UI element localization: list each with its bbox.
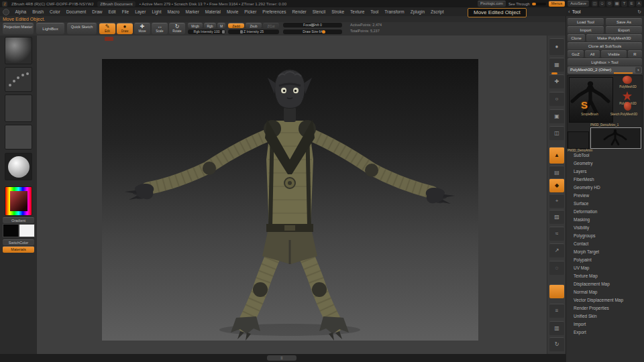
goz-r-button[interactable]: R — [628, 50, 642, 58]
menu-item[interactable]: Zplugin — [407, 7, 427, 16]
restore-config-icon[interactable]: ↻ — [637, 9, 641, 15]
xpose-icon[interactable]: ↗ — [549, 243, 564, 257]
inventory-item-polymesh3d-2[interactable] — [623, 91, 632, 101]
sculpt-mode-button[interactable]: Zadd — [228, 23, 244, 28]
autosave-button[interactable]: AutoSave — [568, 1, 589, 7]
goz-all-button[interactable]: All — [585, 50, 600, 58]
tool-subpalette-item[interactable]: Texture Map — [566, 272, 644, 280]
menu-circle-icon[interactable] — [3, 9, 9, 15]
mode-button[interactable]: ↻Rotate — [169, 23, 185, 34]
menu-item[interactable]: Texture — [347, 7, 368, 16]
doc-icon[interactable]: ▥ — [549, 321, 564, 335]
mode-button[interactable]: ✎Edit — [99, 23, 115, 34]
paint-mode-button[interactable]: M — [217, 23, 225, 28]
canvas-scroll-handle[interactable]: ≡ — [267, 355, 297, 361]
zoom3d-icon[interactable]: ○ — [549, 92, 564, 106]
color-picker[interactable] — [5, 186, 32, 216]
menu-item[interactable]: Alpha — [12, 7, 30, 16]
local-icon[interactable]: + — [549, 194, 564, 208]
tool-subpalette-item[interactable]: Displacement Map — [566, 280, 644, 288]
mode-button[interactable]: ↔Scale — [152, 23, 168, 34]
record-icon[interactable]: ≡ — [549, 304, 564, 318]
see-through-control[interactable]: See Through — [508, 2, 546, 6]
tool-subpalette-item[interactable]: Import — [566, 320, 644, 328]
menu-item[interactable]: Tool — [368, 7, 382, 16]
tool-subpalette-item[interactable]: Geometry — [566, 160, 644, 168]
ghost-icon[interactable]: ≈ — [549, 227, 564, 241]
lightbox-tool-button[interactable]: Lightbox > Tool — [568, 58, 642, 66]
scroll-icon[interactable]: ✚ — [549, 74, 564, 88]
aahalf-icon[interactable]: ◫ — [549, 126, 564, 140]
menu-item[interactable]: Macro — [164, 7, 182, 16]
spix-icon[interactable]: ▦ — [549, 58, 564, 72]
save-as-button[interactable]: Save As — [606, 18, 642, 25]
quicksketch-button[interactable]: Quick Sketch — [67, 23, 97, 34]
grid-icon[interactable]: ▦ — [614, 1, 620, 7]
sculpt-mode-button[interactable]: Zsub — [246, 23, 262, 28]
materials-button[interactable]: Materials — [3, 246, 34, 253]
main-color-swatch[interactable] — [3, 224, 19, 237]
tool-subpalette-item[interactable]: Unified Skin — [566, 312, 644, 320]
user-icon[interactable]: ☺ — [599, 1, 605, 7]
secondary-color-swatch[interactable] — [19, 224, 35, 237]
tool-subpalette-item[interactable]: FiberMesh — [566, 176, 644, 184]
document-canvas[interactable] — [102, 59, 478, 341]
menu-item[interactable]: File — [119, 7, 131, 16]
search-icon[interactable]: ⊙ — [606, 1, 612, 7]
menu-item[interactable]: Color — [47, 7, 64, 16]
rgb-intensity-slider[interactable]: Rgb Intensity 100 — [188, 29, 225, 34]
tool-subpalette-item[interactable]: Vector Displacement Map — [566, 296, 644, 304]
lightbox-button[interactable]: LightBox — [36, 23, 64, 34]
menu-item[interactable]: Zscript — [428, 7, 447, 16]
frame-icon[interactable] — [549, 284, 564, 298]
tool-subpalette-item[interactable]: Contact — [566, 240, 644, 248]
see-through-slider[interactable] — [531, 3, 546, 5]
goz-visible-button[interactable]: Visible — [601, 50, 627, 58]
tool-subpalette-item[interactable]: Preview — [566, 192, 644, 200]
menus-toggle-button[interactable]: Menus — [549, 1, 566, 7]
menu-item[interactable]: Material — [202, 7, 223, 16]
menu-item[interactable]: Picker — [241, 7, 260, 16]
window-split-icon[interactable]: ◫ — [592, 1, 598, 7]
tool-subpalette-item[interactable]: Morph Target — [566, 248, 644, 256]
mode-button[interactable]: ✚Move — [134, 23, 150, 34]
actual-icon[interactable]: ▣ — [549, 109, 564, 123]
projection-master-button[interactable]: Projection Master — [3, 23, 34, 34]
make-polymesh3d-button[interactable]: Make PolyMesh3D — [586, 34, 642, 42]
tool-subpalette-item[interactable]: Polygroups — [566, 232, 644, 240]
menu-item[interactable]: Stroke — [329, 7, 347, 16]
bpr-icon[interactable]: ● — [549, 38, 564, 55]
menu-item[interactable]: Stencil — [309, 7, 329, 16]
mode-button[interactable]: ●Draw — [117, 23, 133, 34]
collapse-chevron-icon[interactable]: ‹ — [568, 9, 570, 15]
menu-item[interactable]: Preferences — [260, 7, 289, 16]
paint-mode-button[interactable]: Mrgb — [188, 23, 203, 28]
tool-subpalette-item[interactable]: Polypaint — [566, 256, 644, 264]
texture-thumbnail[interactable] — [5, 125, 32, 149]
menu-item[interactable]: Layer — [132, 7, 149, 16]
alpha-thumbnail[interactable] — [5, 95, 32, 122]
goz-button[interactable]: GoZ — [568, 50, 584, 58]
inventory-partial-thumbnail[interactable] — [568, 131, 589, 149]
tool-subpalette-item[interactable]: Layers — [566, 168, 644, 176]
tab-t-icon[interactable]: T — [621, 1, 627, 7]
clone-all-subtools-button[interactable]: Clone all SubTools — [568, 42, 642, 50]
tool-subpalette-item[interactable]: Deformation — [566, 208, 644, 216]
menu-item[interactable]: Marker — [182, 7, 202, 16]
z-intensity-slider[interactable]: Z Intensity 25 — [228, 29, 279, 34]
load-tool-button[interactable]: Load Tool — [568, 18, 604, 25]
current-tool-bar[interactable]: PolyMesh3D_2 (Other)s — [568, 66, 642, 74]
inventory-selected-thumbnail[interactable] — [590, 127, 641, 149]
tool-subpalette-item[interactable]: Masking — [566, 216, 644, 224]
tool-subpalette-item[interactable]: UV Map — [566, 264, 644, 272]
stroke-thumbnail[interactable] — [5, 67, 32, 92]
floor-icon[interactable]: ▤ — [549, 166, 564, 180]
switch-color-button[interactable]: SwitchColor — [3, 239, 34, 245]
menu-item[interactable]: Movie — [223, 7, 241, 16]
color-picker-inner[interactable] — [10, 191, 28, 211]
gradient-button[interactable]: Gradient — [3, 217, 34, 223]
tool-subpalette-item[interactable]: Surface — [566, 200, 644, 208]
solo-icon[interactable]: ◌ — [549, 261, 564, 275]
export-button[interactable]: Export — [606, 26, 642, 34]
pixologic-link-button[interactable]: Pixologic.com — [478, 1, 506, 7]
